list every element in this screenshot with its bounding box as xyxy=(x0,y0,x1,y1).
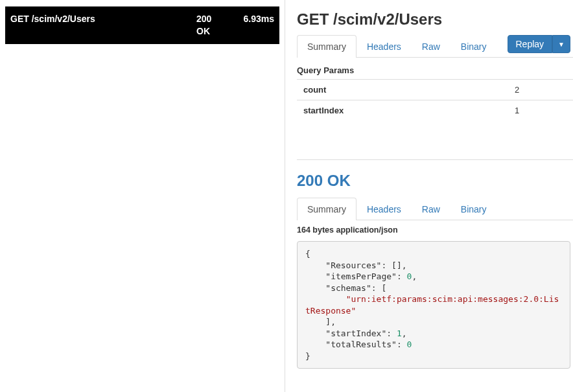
replay-dropdown-button[interactable]: ▼ xyxy=(552,35,570,53)
json-key: "schemas" xyxy=(325,283,371,293)
param-key: startIndex xyxy=(297,100,515,121)
request-endpoint: GET /scim/v2/Users xyxy=(10,13,196,25)
response-meta: 164 bytes application/json xyxy=(297,225,573,235)
request-title: GET /scim/v2/Users xyxy=(297,10,573,29)
json-key: "totalResults" xyxy=(325,340,397,349)
query-params-table: count 2 startIndex 1 xyxy=(297,79,573,121)
response-status: 200 OK xyxy=(297,172,573,190)
status-code: 200 xyxy=(196,14,211,24)
tab-binary[interactable]: Binary xyxy=(450,35,497,58)
param-key: count xyxy=(297,80,515,100)
json-val: 0 xyxy=(407,340,412,349)
json-key: "itemsPerPage" xyxy=(325,271,397,281)
request-row[interactable]: GET /scim/v2/Users 200 OK 6.93ms xyxy=(5,6,279,44)
tab-raw[interactable]: Raw xyxy=(412,35,450,58)
request-timing: 6.93ms xyxy=(229,13,274,25)
tab-headers[interactable]: Headers xyxy=(357,198,412,220)
json-key: "startIndex" xyxy=(325,329,386,338)
json-val: "urn:ietf:params:scim:api:messages:2.0:L… xyxy=(305,294,559,316)
replay-button[interactable]: Replay xyxy=(508,35,553,53)
divider xyxy=(297,159,573,160)
param-value: 1 xyxy=(515,100,573,121)
json-key: "Resources" xyxy=(325,260,381,270)
status-text: OK xyxy=(196,25,229,38)
tab-binary[interactable]: Binary xyxy=(450,198,497,220)
tab-summary[interactable]: Summary xyxy=(297,198,357,220)
chevron-down-icon: ▼ xyxy=(558,41,565,48)
request-status: 200 OK xyxy=(196,13,229,38)
json-val: 0 xyxy=(407,271,412,281)
tab-headers[interactable]: Headers xyxy=(357,35,412,58)
request-tabs: Summary Headers Raw Binary Replay ▼ xyxy=(297,35,573,58)
replay-button-group: Replay ▼ xyxy=(508,35,571,53)
tab-summary[interactable]: Summary xyxy=(297,35,357,58)
request-list-panel: GET /scim/v2/Users 200 OK 6.93ms xyxy=(0,0,285,392)
table-row: count 2 xyxy=(297,80,573,100)
json-val: [] xyxy=(392,260,402,270)
detail-panel: GET /scim/v2/Users Summary Headers Raw B… xyxy=(285,0,573,392)
tab-raw[interactable]: Raw xyxy=(412,198,450,220)
json-val: 1 xyxy=(397,329,402,338)
response-body: { "Resources": [], "itemsPerPage": 0, "s… xyxy=(297,241,570,369)
query-params-heading: Query Params xyxy=(297,63,573,79)
response-tabs: Summary Headers Raw Binary xyxy=(297,198,573,220)
param-value: 2 xyxy=(515,80,573,100)
table-row: startIndex 1 xyxy=(297,100,573,121)
